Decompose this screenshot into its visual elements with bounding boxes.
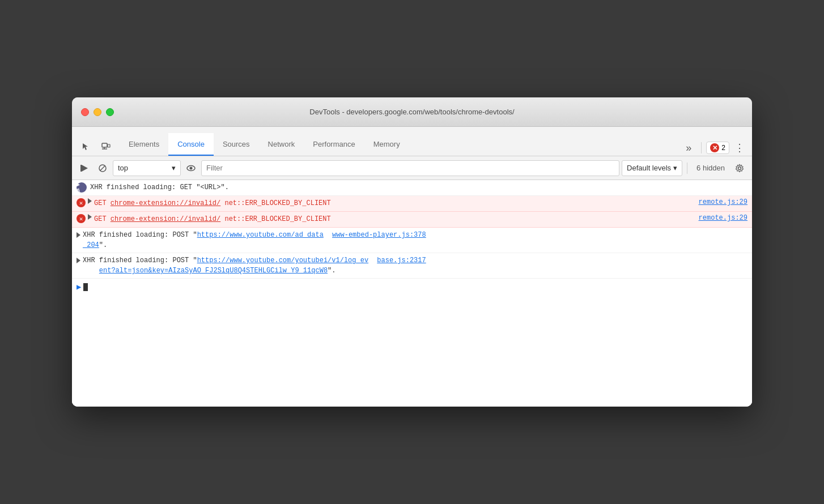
tab-sources[interactable]: Sources — [214, 133, 259, 156]
close-button[interactable] — [81, 108, 89, 116]
get-label-1: GET — [94, 199, 111, 207]
svg-rect-0 — [102, 143, 107, 147]
block-requests-button[interactable] — [95, 160, 111, 176]
xhr-count-badge: ▶ 6 — [77, 182, 87, 193]
error-icon: ✕ — [710, 143, 719, 152]
context-selector[interactable]: top ▾ — [113, 160, 181, 176]
tab-memory[interactable]: Memory — [364, 133, 409, 156]
log-entry-xhr1[interactable]: ▶ 6 XHR finished loading: GET "<URL>". — [72, 180, 752, 196]
prompt-arrow-icon: ▶ — [77, 282, 81, 292]
more-options-button[interactable]: ⋮ — [732, 140, 747, 156]
xhr3-url[interactable]: https://www.youtube.com/youtubei/v1/log_… — [197, 257, 368, 264]
log-source-1[interactable]: remote.js:29 — [690, 198, 747, 206]
tab-performance[interactable]: Performance — [304, 133, 364, 156]
minimize-button[interactable] — [94, 108, 101, 116]
eye-button[interactable] — [183, 160, 199, 176]
error-url-2[interactable]: chrome-extension://invalid/ — [111, 215, 220, 223]
error-count-badge[interactable]: ✕ 2 — [706, 142, 729, 154]
devtools-window: DevTools - developers.google.com/web/too… — [72, 97, 752, 407]
log-entry-err2[interactable]: ✕ GET chrome-extension://invalid/ net::E… — [72, 212, 752, 228]
devtools-body: Elements Console Sources Network Perform… — [72, 127, 752, 407]
traffic-lights — [81, 108, 114, 116]
svg-marker-4 — [82, 165, 88, 172]
error-count: 2 — [721, 144, 725, 152]
more-tabs-button[interactable]: » — [681, 140, 696, 156]
svg-point-10 — [738, 166, 741, 169]
expand-arrow-3 — [77, 232, 80, 238]
divider — [701, 142, 702, 153]
log-entry-xhr3[interactable]: XHR finished loading: POST "https://www.… — [72, 253, 752, 279]
expand-arrow-1 — [88, 198, 92, 204]
expand-arrow-2 — [88, 214, 92, 220]
levels-selector[interactable]: Default levels ▾ — [622, 160, 682, 176]
device-toolbar-button[interactable] — [97, 138, 115, 156]
svg-point-9 — [190, 166, 193, 169]
log-source-4[interactable]: base.js:2317 — [372, 257, 426, 264]
log-text-xhr1: XHR finished loading: GET "<URL>". — [90, 182, 747, 193]
inspect-element-button[interactable] — [77, 138, 95, 156]
titlebar: DevTools - developers.google.com/web/too… — [72, 97, 752, 127]
console-prompt-line[interactable]: ▶ — [72, 279, 752, 295]
hidden-count: 6 hidden — [692, 164, 729, 172]
svg-rect-1 — [108, 144, 110, 147]
log-text-err1: GET chrome-extension://invalid/ net::ERR… — [94, 198, 690, 208]
error-url-1[interactable]: chrome-extension://invalid/ — [111, 199, 220, 207]
console-cursor — [83, 283, 88, 291]
tabs-bar: Elements Console Sources Network Perform… — [72, 127, 752, 156]
filter-input[interactable] — [201, 160, 619, 176]
log-text-xhr2: XHR finished loading: POST "https://www.… — [83, 230, 747, 250]
log-text-err2: GET chrome-extension://invalid/ net::ERR… — [94, 214, 690, 224]
log-entry-xhr2[interactable]: XHR finished loading: POST "https://www.… — [72, 228, 752, 253]
xhr2-url[interactable]: https://www.youtube.com/ad_data — [197, 231, 324, 239]
tab-network[interactable]: Network — [259, 133, 304, 156]
log-entry-err1[interactable]: ✕ GET chrome-extension://invalid/ net::E… — [72, 196, 752, 212]
log-source-2[interactable]: remote.js:29 — [690, 214, 747, 222]
tab-elements[interactable]: Elements — [120, 133, 168, 156]
console-content: ▶ 6 XHR finished loading: GET "<URL>". ✕… — [72, 180, 752, 407]
tab-left-icons — [77, 138, 115, 156]
console-toolbar: top ▾ Default levels ▾ 6 hidden — [72, 156, 752, 180]
maximize-button[interactable] — [106, 108, 114, 116]
error-circle-2: ✕ — [77, 214, 86, 223]
main-tabs: Elements Console Sources Network Perform… — [120, 133, 681, 156]
tab-console[interactable]: Console — [168, 133, 214, 156]
toolbar-divider — [687, 163, 687, 174]
svg-rect-5 — [80, 165, 82, 172]
settings-button[interactable] — [732, 160, 747, 176]
xhr3-url-suffix: ent?alt=json&key=AIzaSyAO_FJ2SlqU8Q4STEH… — [99, 267, 328, 275]
log-text-xhr3: XHR finished loading: POST "https://www.… — [83, 255, 747, 276]
error-circle-1: ✕ — [77, 198, 86, 207]
svg-line-7 — [100, 165, 105, 170]
error-message-2: net::ERR_BLOCKED_BY_CLIENT — [224, 215, 330, 223]
get-label-2: GET — [94, 215, 111, 223]
window-title: DevTools - developers.google.com/web/too… — [309, 108, 514, 116]
expand-arrow-4 — [77, 258, 80, 263]
tabs-right-controls: » ✕ 2 ⋮ — [681, 140, 747, 156]
error-message-1: net::ERR_BLOCKED_BY_CLIENT — [224, 199, 330, 207]
clear-console-button[interactable] — [77, 160, 92, 176]
